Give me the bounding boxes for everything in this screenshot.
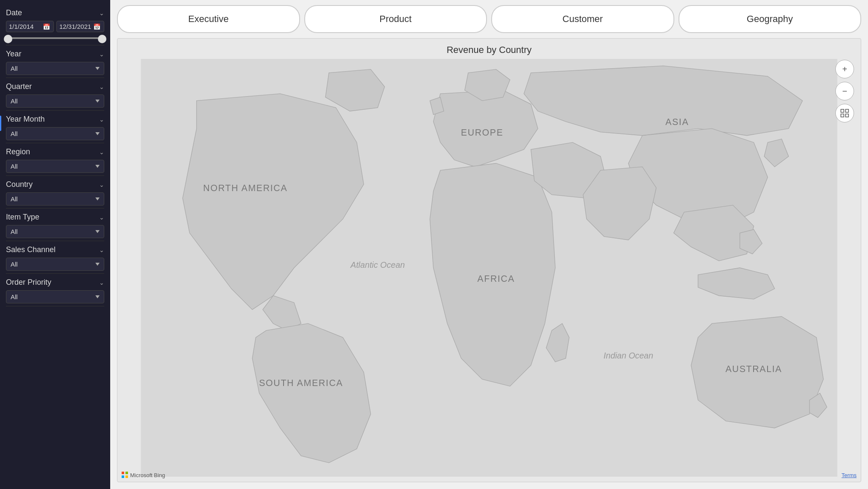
map-footer: Microsoft Bing bbox=[122, 472, 165, 478]
quarter-select[interactable]: All bbox=[6, 94, 104, 108]
filter-region: Region ⌄ All bbox=[6, 143, 104, 176]
svg-rect-12 bbox=[846, 114, 849, 117]
country-select[interactable]: All bbox=[6, 192, 104, 206]
chevron-down-icon: ⌄ bbox=[99, 214, 104, 221]
filter-sales-channel-label[interactable]: Sales Channel ⌄ bbox=[6, 245, 104, 254]
filter-year: Year ⌄ All bbox=[6, 45, 104, 78]
filter-sales-channel: Sales Channel ⌄ All bbox=[6, 241, 104, 274]
chevron-down-icon: ⌄ bbox=[99, 83, 104, 90]
map-svg-wrap[interactable]: NORTH AMERICA SOUTH AMERICA EUROPE AFRIC… bbox=[117, 59, 861, 477]
region-select[interactable]: All bbox=[6, 160, 104, 173]
slider-thumb-right[interactable] bbox=[98, 35, 106, 43]
svg-text:AUSTRALIA: AUSTRALIA bbox=[726, 364, 782, 374]
tab-customer[interactable]: Customer bbox=[491, 5, 674, 33]
svg-text:Atlantic Ocean: Atlantic Ocean bbox=[350, 260, 405, 270]
reset-view-button[interactable] bbox=[835, 104, 854, 122]
reset-icon bbox=[840, 108, 849, 118]
bing-sq-blue bbox=[122, 475, 124, 478]
filter-date-label[interactable]: Date ⌄ bbox=[6, 8, 104, 17]
map-title: Revenue by Country bbox=[117, 39, 861, 59]
filter-country-label[interactable]: Country ⌄ bbox=[6, 180, 104, 189]
slider-track bbox=[6, 37, 104, 39]
chevron-down-icon: ⌄ bbox=[99, 51, 104, 58]
svg-text:SOUTH AMERICA: SOUTH AMERICA bbox=[259, 378, 343, 388]
tab-geography[interactable]: Geography bbox=[679, 5, 862, 33]
filter-quarter: Quarter ⌄ All bbox=[6, 78, 104, 111]
tab-product[interactable]: Product bbox=[304, 5, 487, 33]
svg-rect-9 bbox=[841, 109, 844, 112]
chevron-down-icon: ⌄ bbox=[99, 279, 104, 286]
bing-logo: Microsoft Bing bbox=[122, 472, 165, 478]
calendar-start-icon[interactable]: 📅 bbox=[43, 23, 50, 30]
tab-executive[interactable]: Executive bbox=[117, 5, 300, 33]
terms-link[interactable]: Terms bbox=[842, 472, 857, 478]
map-container: Revenue by Country bbox=[117, 38, 861, 482]
chevron-down-icon: ⌄ bbox=[99, 10, 104, 17]
date-range-slider[interactable] bbox=[6, 36, 104, 42]
bing-sq-yellow bbox=[125, 475, 128, 478]
order-priority-select[interactable]: All bbox=[6, 290, 104, 303]
filter-year-label[interactable]: Year ⌄ bbox=[6, 50, 104, 58]
map-controls: + − bbox=[835, 60, 854, 122]
svg-text:NORTH AMERICA: NORTH AMERICA bbox=[203, 183, 287, 193]
accent-bar bbox=[0, 116, 1, 131]
slider-thumb-left[interactable] bbox=[4, 35, 12, 43]
main-content: Executive Product Customer Geography Rev… bbox=[110, 0, 868, 489]
sidebar: Date ⌄ 📅 📅 Year ⌄ All bbox=[0, 0, 110, 489]
sales-channel-select[interactable]: All bbox=[6, 258, 104, 271]
filter-quarter-label[interactable]: Quarter ⌄ bbox=[6, 82, 104, 91]
filter-item-type: Item Type ⌄ All bbox=[6, 208, 104, 241]
filter-order-priority: Order Priority ⌄ All bbox=[6, 274, 104, 306]
bing-sq-green bbox=[125, 472, 128, 474]
zoom-in-button[interactable]: + bbox=[835, 60, 854, 78]
chevron-down-icon: ⌄ bbox=[99, 247, 104, 253]
date-start-wrap: 📅 bbox=[6, 21, 54, 32]
date-range-row: 📅 📅 bbox=[6, 21, 104, 32]
date-start-input[interactable] bbox=[9, 23, 43, 30]
date-end-input[interactable] bbox=[59, 23, 93, 30]
bing-logo-squares bbox=[122, 472, 128, 478]
svg-text:Indian Ocean: Indian Ocean bbox=[604, 351, 653, 360]
filter-item-type-label[interactable]: Item Type ⌄ bbox=[6, 213, 104, 222]
chevron-down-icon: ⌄ bbox=[99, 149, 104, 156]
year-select[interactable]: All bbox=[6, 62, 104, 75]
slider-fill bbox=[6, 37, 104, 39]
filter-date: Date ⌄ 📅 📅 bbox=[6, 4, 104, 45]
filter-country: Country ⌄ All bbox=[6, 176, 104, 208]
filter-year-month: Year Month ⌄ All bbox=[6, 111, 104, 143]
svg-rect-11 bbox=[841, 114, 844, 117]
svg-text:AFRICA: AFRICA bbox=[477, 274, 515, 284]
filter-order-priority-label[interactable]: Order Priority ⌄ bbox=[6, 278, 104, 287]
date-end-wrap: 📅 bbox=[56, 21, 104, 32]
world-map-svg: NORTH AMERICA SOUTH AMERICA EUROPE AFRIC… bbox=[117, 59, 861, 477]
year-month-select[interactable]: All bbox=[6, 127, 104, 140]
chevron-down-icon: ⌄ bbox=[99, 116, 104, 123]
zoom-out-button[interactable]: − bbox=[835, 82, 854, 100]
filter-region-label[interactable]: Region ⌄ bbox=[6, 147, 104, 156]
filter-year-month-label[interactable]: Year Month ⌄ bbox=[6, 115, 104, 124]
svg-text:ASIA: ASIA bbox=[665, 117, 689, 127]
bing-sq-red bbox=[122, 472, 124, 474]
calendar-end-icon[interactable]: 📅 bbox=[93, 23, 100, 30]
chevron-down-icon: ⌄ bbox=[99, 181, 104, 188]
svg-rect-10 bbox=[846, 109, 849, 112]
tab-bar: Executive Product Customer Geography bbox=[110, 0, 868, 38]
item-type-select[interactable]: All bbox=[6, 225, 104, 238]
svg-text:EUROPE: EUROPE bbox=[461, 128, 504, 138]
